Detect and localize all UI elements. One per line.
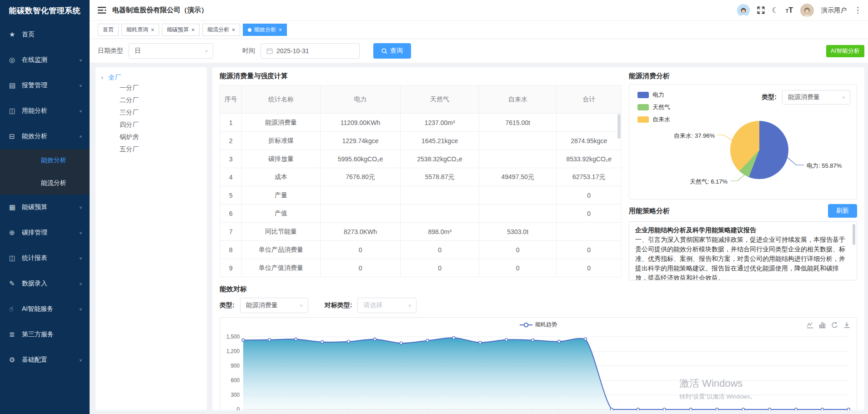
col-header: 天然气 [401, 85, 479, 114]
sidebar-item[interactable]: ▤ 报警管理 ∨ [0, 73, 90, 98]
fullscreen-icon[interactable] [757, 6, 765, 14]
sidebar-item-label: 第三方服务 [22, 330, 82, 339]
view-tab[interactable]: 能流分析 × [202, 24, 240, 36]
sidebar-item[interactable]: ⊕ 碳排管理 ∨ [0, 220, 90, 245]
close-tab-icon[interactable]: × [151, 27, 154, 33]
table-row: 8 单位产品消费量 0 0 0 0 [220, 241, 622, 259]
cell-total: 8533.92kgCO₂e [557, 150, 622, 168]
top-header: 电器制造股份有限公司（演示） ☾ TT 演示用户 ⋮ [90, 0, 868, 21]
sidebar-item[interactable]: ✎ 数据录入 ∨ [0, 271, 90, 296]
sidebar-item[interactable]: ⚙ 基础配置 ∨ [0, 347, 90, 373]
legend-label: 电力 [652, 91, 664, 99]
legend-item[interactable]: 天然气 [637, 103, 670, 111]
view-tab[interactable]: 首页 × [98, 24, 119, 36]
sidebar-item-label: 能效分析 [41, 156, 82, 165]
pie-chart[interactable] [730, 121, 788, 179]
close-tab-icon[interactable]: × [232, 27, 235, 33]
svg-text:600: 600 [231, 377, 240, 384]
strategy-report[interactable]: 企业用能结构分析及科学用能策略建议报告 一、引言为深入贯彻国家节能减排政策，促进… [629, 221, 857, 280]
sidebar-item[interactable]: ▦ 能碳预算 ∨ [0, 195, 90, 220]
tree-node[interactable]: 五分厂 [101, 143, 201, 155]
calendar-icon: ▦ [9, 203, 22, 211]
chevron-icon: ∨ [79, 256, 82, 260]
cell-gas: 0 [401, 241, 479, 259]
report-icon: ◫ [9, 254, 22, 262]
bench-target-label: 对标类型: [325, 301, 352, 309]
dark-mode-icon[interactable]: ☾ [772, 7, 778, 14]
table-scrollbar[interactable] [617, 114, 621, 139]
more-menu-icon[interactable]: ⋮ [854, 5, 862, 15]
view-tab[interactable]: 能碳预算 × [162, 24, 200, 36]
benchmark-section: 能效对标 类型: 能源消费量 ∨ 对标类型: 请选择 ∨ [220, 285, 857, 410]
tree-node[interactable]: 二分厂 [101, 94, 201, 106]
sidebar-item[interactable]: ◎ 在线监测 ∨ [0, 47, 90, 73]
line-chart-icon[interactable] [807, 322, 813, 329]
refresh-icon[interactable] [831, 322, 838, 329]
tab-label: 能碳预算 [167, 26, 189, 34]
legend-label: 自来水 [652, 115, 670, 124]
user-avatar[interactable] [800, 4, 814, 17]
trend-legend[interactable]: 能耗趋势 [520, 321, 557, 329]
close-tab-icon[interactable]: × [279, 27, 282, 33]
eye-icon: ◎ [9, 56, 22, 64]
col-header: 电力 [320, 85, 401, 114]
sidebar-item[interactable]: 能流分析 [0, 172, 90, 195]
font-size-icon[interactable]: TT [786, 7, 793, 14]
caret-down-icon[interactable]: ▾ [101, 75, 104, 80]
bar-chart-icon[interactable] [819, 322, 826, 329]
bench-target-select[interactable]: 请选择 ∨ [357, 298, 416, 313]
assistant-avatar[interactable] [737, 4, 750, 17]
close-tab-icon[interactable]: × [191, 27, 195, 33]
sidebar-item[interactable]: ◫ 用能分析 ∨ [0, 98, 90, 124]
date-type-select[interactable]: 日 ∨ [129, 43, 213, 59]
chevron-icon: ∧ [79, 135, 82, 139]
pie-label-power: 电力: 55.87% [807, 162, 842, 170]
view-tab[interactable]: 能效分析 × [243, 24, 287, 36]
sidebar: 能碳数智化管理系统 ★ 首页 ◎ 在线监测 ∨ ▤ 报警管理 ∨ [0, 0, 90, 414]
query-button[interactable]: 查询 [373, 43, 411, 59]
chevron-down-icon: ∨ [408, 303, 411, 308]
sidebar-item[interactable]: ☝ AI智能服务 ∨ [0, 296, 90, 322]
tree-node[interactable]: 一分厂 [101, 82, 201, 94]
ai-analysis-button[interactable]: AI智能分析 [826, 45, 864, 57]
tree-node[interactable]: 四分厂 [101, 119, 201, 131]
cell-gas: 5578.87元 [401, 168, 479, 186]
table-row: 4 成本 7676.80元 5578.87元 49497.50元 62753.1… [220, 168, 622, 186]
bench-type-select[interactable]: 能源消费量 ∨ [240, 298, 308, 313]
download-icon[interactable] [843, 322, 850, 329]
date-picker-input[interactable]: 2025-10-31 [261, 43, 360, 59]
trend-chart[interactable]: 03006009001,2001,50000:0001:0002:0003:00… [220, 331, 857, 410]
view-tab[interactable]: 能耗查询 × [121, 24, 159, 36]
energy-pie-card: 电力 天然气 自 [629, 84, 857, 200]
strategy-scrollbar[interactable] [853, 224, 855, 245]
legend-item[interactable]: 自来水 [637, 115, 670, 124]
chevron-icon: ∨ [79, 109, 82, 113]
pie-type-select[interactable]: 能源消费量 ∨ [782, 90, 850, 105]
tree-node[interactable]: 三分厂 [101, 106, 201, 119]
pie-type-label: 类型: [762, 93, 777, 101]
cell-water [479, 132, 557, 150]
cell-power: 8273.0KWh [320, 223, 401, 241]
tree-node[interactable]: 锅炉房 [101, 131, 201, 143]
search-icon [381, 48, 387, 54]
sidebar-item[interactable]: ⊟ 能效分析 ∧ [0, 124, 90, 149]
refresh-button[interactable]: 刷新 [828, 204, 857, 218]
pie-label-gas: 天然气: 6.17% [664, 178, 728, 186]
sidebar-item[interactable]: ≣ 第三方服务 [0, 322, 90, 347]
collapse-menu-icon[interactable] [98, 7, 106, 14]
sidebar-item-label: AI智能服务 [22, 305, 79, 313]
tree-node-root[interactable]: ▾ 全厂 [101, 74, 201, 82]
legend-item[interactable]: 电力 [637, 91, 670, 99]
sidebar-item-label: 能碳预算 [22, 203, 79, 211]
sidebar-item[interactable]: 能效分析 [0, 149, 90, 172]
sidebar-item[interactable]: ★ 首页 [0, 22, 90, 47]
cell-index: 1 [220, 114, 242, 132]
cell-water [479, 186, 557, 205]
bench-type-value: 能源消费量 [246, 301, 278, 309]
sidebar-item[interactable]: ◫ 统计报表 ∨ [0, 245, 90, 271]
user-name[interactable]: 演示用户 [821, 6, 847, 15]
gear-icon: ⚙ [9, 356, 22, 364]
chevron-icon: ∨ [79, 231, 82, 235]
cell-water: 0 [479, 259, 557, 277]
chevron-down-icon: ∨ [842, 95, 845, 100]
